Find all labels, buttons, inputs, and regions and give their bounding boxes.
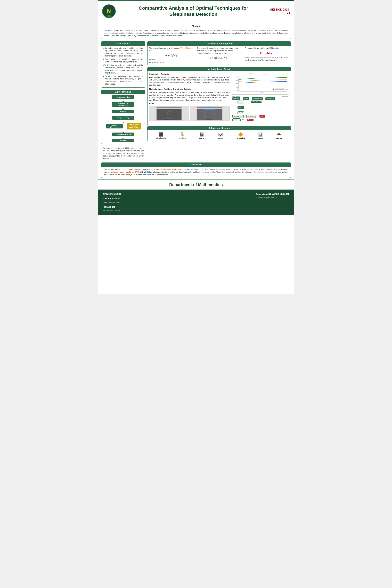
analysis-header: 4. Analysis and Result xyxy=(148,67,291,71)
department-name: Department of Mathematics xyxy=(100,182,292,187)
screenshots-row: Detection Result Detect xyxy=(149,106,230,121)
tensorflow-icon: 🔶 xyxy=(238,132,243,137)
top-bar xyxy=(98,0,294,1)
university-logo: N 🌿🌿 xyxy=(102,4,116,18)
flow-arrow-2: → xyxy=(250,98,252,100)
bd-arrow-1 xyxy=(123,99,123,102)
math-col-1: The optimization problem of the Support … xyxy=(148,46,195,65)
bd-arrow-6 xyxy=(123,136,123,139)
flow-arrow-4: → xyxy=(244,115,246,117)
session-area: SESSION 2020-24 xyxy=(270,8,290,14)
tool-pandas-label: pandas xyxy=(218,137,223,139)
math-col1-formula: min ½‖w²‖ xyxy=(149,54,194,57)
conclusion-header: Conclusion xyxy=(101,163,291,167)
introduction-section: 1. Introduction Our project began after … xyxy=(101,41,145,88)
svg-rect-23 xyxy=(273,88,274,88)
flow-eyes: Eyes xyxy=(238,106,244,109)
chart-title: Model Performance Comparison xyxy=(232,73,289,75)
flow-arrow-5: → xyxy=(245,119,247,121)
intro-bullet-2: Our objective is to identify the most ef… xyxy=(103,58,144,63)
svg-rect-27 xyxy=(273,90,274,91)
svg-text:Detection Result: Detection Result xyxy=(206,119,213,120)
math-cols: The optimization problem of the Support … xyxy=(148,46,291,65)
flow-row-1: Live Video → Images → Face Detection → E… xyxy=(232,97,288,100)
session-label: SESSION 2020-24 xyxy=(270,8,290,14)
math-col1-subject: Subject to: xyxy=(149,58,194,61)
pandas-icon: 🐼 xyxy=(218,132,223,137)
member-2-name: Iqra Iqbal xyxy=(104,206,115,208)
chart-svg: 1.0 0.8 0.6 0.4 0.2 xyxy=(232,75,289,93)
tool-matlab-label: Matlab xyxy=(258,137,263,139)
tool-jupyter: 📓 Jupyter xyxy=(199,132,205,139)
flow-closed: Closed xyxy=(238,112,244,114)
flow-selected-model: Selected Model xyxy=(250,100,262,103)
poster: N 🌿🌿 Comparative Analysis of Optimal Tec… xyxy=(98,0,294,294)
member-1: • Anam Rafique NIM-BS-Math-2020-05 xyxy=(103,196,121,204)
svg-text:0.8: 0.8 xyxy=(236,80,238,81)
tool-python: 🐍 python xyxy=(179,132,186,139)
methodology-text: The system captures live video from a we… xyxy=(149,91,230,102)
block-diagram-header: 2. Block Diagram xyxy=(101,90,145,94)
tool-jupyter-label: Jupyter xyxy=(199,137,205,139)
intro-bullet-1: Our project began after a scary incident… xyxy=(103,47,144,57)
tool-python-label: python xyxy=(179,137,186,139)
opencv-icon: 👁 xyxy=(277,132,281,137)
department-footer: Department of Mathematics xyxy=(98,180,294,190)
bd-literature: Literature Review xyxy=(112,95,134,99)
bd-models: Models Implementation xyxy=(106,124,123,128)
analysis-body: Comparative Analysis Analysis of the com… xyxy=(148,71,291,126)
methodology-subtitle: Methodology of Real-time Drowsiness Dete… xyxy=(149,88,230,90)
bd-cnn-svm: CNN, SVM with VGG16, EfficientNets, xyxy=(127,123,141,130)
bd-arrow-2 xyxy=(123,107,123,110)
tools-body: ⬛ Visual Studio 🐍 python 📓 Jupyter 🐼 pan… xyxy=(148,130,291,141)
flow-eye-detection: Eye detection xyxy=(266,97,275,100)
member-2: • Iqra Iqbal NIM-BS-Math-2020-15 xyxy=(103,205,121,212)
math-col3-text: Compound Scaling is given as in Efficien… xyxy=(245,47,289,50)
title-area: Comparative Analysis of Optimal Techniqu… xyxy=(118,5,270,18)
math-section: 3. Mathematical Background The optimizat… xyxy=(147,41,291,65)
math-col1-constraint: yi(xi·w+b)−1≥0 for all i xyxy=(149,61,194,64)
flow-row-4: Continue? YES → Drowsy xyxy=(232,118,288,121)
svg-text:0.2: 0.2 xyxy=(236,90,238,92)
svg-rect-1 xyxy=(156,106,182,108)
jupyter-icon: 📓 xyxy=(200,132,204,137)
intro-bullet-3: We'll explore innovative approaches such… xyxy=(103,64,144,74)
flow-diagram: using Webcam from video Live Video → Ima… xyxy=(231,94,289,123)
flow-live-video: Live Video xyxy=(232,97,240,100)
tool-visual-studio: ⬛ Visual Studio xyxy=(156,132,166,139)
bd-arrow-3 xyxy=(123,113,123,116)
flow-arrow-1: → xyxy=(241,98,242,100)
flow-non-drowsy: Non-Drowsy xyxy=(246,115,256,118)
block-diagram-section: 2. Block Diagram Literature Review Mathe… xyxy=(101,90,145,144)
comparative-text: Analysis of the comparison graph reveals… xyxy=(149,76,230,86)
footer-right: Supervisor: Dr. Awais Shaukat awais.shuk… xyxy=(256,192,289,200)
comparative-subtitle: Comparative Analysis xyxy=(149,73,230,76)
supervisor-label: Supervisor: xyxy=(256,193,268,195)
intro-header: 1. Introduction xyxy=(101,42,145,46)
flow-yes-label: YES xyxy=(242,119,244,120)
bd-split-row: Models Implementation → CNN, SVM with VG… xyxy=(106,123,141,130)
flow-alarm: Alarm xyxy=(260,115,265,118)
math-col2-text: This formula illustrates how each neuron… xyxy=(197,47,241,54)
intro-bullet-4: We will analyze and compare these method… xyxy=(103,75,144,85)
footer-bar: Group Members: • Anam Rafique NIM-BS-Mat… xyxy=(98,190,294,215)
header: N 🌿🌿 Comparative Analysis of Optimal Tec… xyxy=(98,1,294,20)
flow-label-video: from video xyxy=(282,96,288,97)
math-col-2: This formula illustrates how each neuron… xyxy=(195,46,243,65)
logo-area: N 🌿🌿 xyxy=(102,4,118,18)
svg-rect-25 xyxy=(273,89,274,90)
member-1-id: NIM-BS-Math-2020-05 xyxy=(103,202,120,203)
flow-images: Images xyxy=(243,97,250,100)
flow-alarm-label: → xyxy=(257,116,258,117)
abstract-section: Abstract This project tackles the preval… xyxy=(101,23,291,39)
svg-text:VGG16 + SVM Testing Accuracy: VGG16 + SVM Testing Accuracy xyxy=(274,89,289,90)
math-col3-formula: F = a·bφ·cφ xyxy=(245,50,289,56)
abstract-text: This project tackles the prevalent issue… xyxy=(104,29,288,37)
svg-text:Detection Result: Detection Result xyxy=(166,119,173,120)
math-col3-extra: Grid search can determine constants a (d… xyxy=(245,57,289,61)
poster-title: Comparative Analysis of Optimal Techniqu… xyxy=(118,5,270,18)
tool-tensorflow-label: TensorFlow xyxy=(236,137,245,139)
screenshot-2: Detection Result xyxy=(190,106,230,121)
main-body: 1. Introduction Our project began after … xyxy=(101,41,291,161)
bd-arrow-5 xyxy=(123,130,123,132)
